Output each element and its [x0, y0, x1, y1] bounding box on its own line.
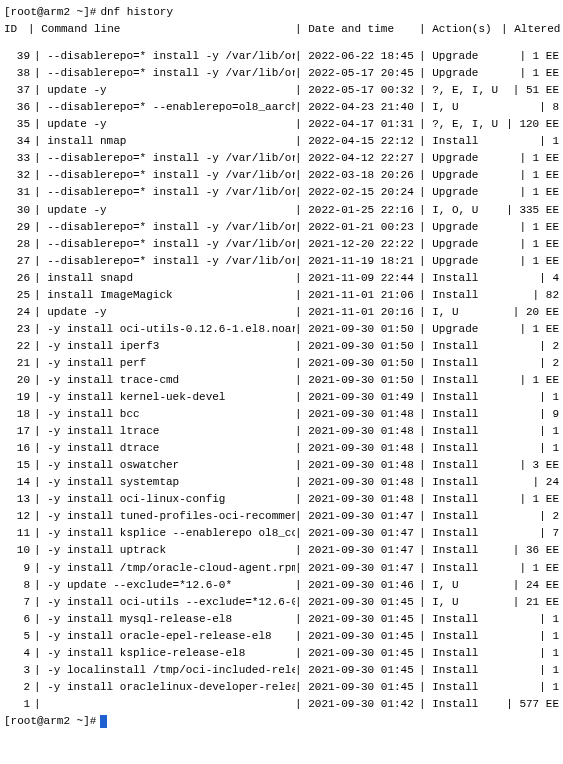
row-action: | Install — [419, 423, 501, 440]
row-date: | 2021-09-30 01:48 — [295, 457, 419, 474]
row-action: | Install — [419, 406, 501, 423]
row-altered: | 1 EE — [501, 491, 559, 508]
history-row: 21| -y install perf| 2021-09-30 01:50| I… — [4, 355, 559, 372]
row-altered: | 1 EE — [501, 184, 559, 201]
row-id: 17 — [4, 423, 34, 440]
row-id: 30 — [4, 202, 34, 219]
row-altered: | 1 EE — [501, 150, 559, 167]
row-action: | Upgrade — [419, 167, 501, 184]
row-id: 15 — [4, 457, 34, 474]
history-row: 10| -y install uptrack| 2021-09-30 01:47… — [4, 542, 559, 559]
row-action: | Install — [419, 662, 501, 679]
row-date: | 2022-05-17 20:45 — [295, 65, 419, 82]
row-command: | -y install trace-cmd — [34, 372, 295, 389]
row-date: | 2022-04-12 22:27 — [295, 150, 419, 167]
row-command: | --disablerepo=* install -y /var/lib/or… — [34, 219, 295, 236]
row-command: | -y install oci-linux-config — [34, 491, 295, 508]
row-altered: | 2 — [501, 355, 559, 372]
row-action: | I, U — [419, 577, 501, 594]
row-id: 14 — [4, 474, 34, 491]
row-command: | -y install ksplice-release-el8 — [34, 645, 295, 662]
history-row: 37| update -y| 2022-05-17 00:32| ?, E, I… — [4, 82, 559, 99]
row-id: 2 — [4, 679, 34, 696]
row-command: | --disablerepo=* --enablerepo=ol8_aarch… — [34, 99, 295, 116]
row-date: | 2021-09-30 01:48 — [295, 491, 419, 508]
row-altered: | 7 — [501, 525, 559, 542]
row-command: | — [34, 696, 295, 713]
row-action: | Upgrade — [419, 219, 501, 236]
row-id: 33 — [4, 150, 34, 167]
row-action: | Install — [419, 696, 501, 713]
row-command: | --disablerepo=* install -y /var/lib/or… — [34, 65, 295, 82]
header-date: | Date and time — [295, 21, 419, 38]
row-altered: | 1 — [501, 679, 559, 696]
row-altered: | 1 — [501, 645, 559, 662]
row-action: | Install — [419, 525, 501, 542]
row-id: 35 — [4, 116, 34, 133]
row-id: 31 — [4, 184, 34, 201]
spacer — [4, 38, 559, 48]
history-row: 8| -y update --exclude=*12.6-0*| 2021-09… — [4, 577, 559, 594]
history-row: 20| -y install trace-cmd| 2021-09-30 01:… — [4, 372, 559, 389]
row-action: | I, U — [419, 99, 501, 116]
row-id: 39 — [4, 48, 34, 65]
row-date: | 2021-09-30 01:45 — [295, 628, 419, 645]
row-date: | 2022-04-15 22:12 — [295, 133, 419, 150]
row-altered: | 120 EE — [501, 116, 559, 133]
row-altered: | 1 EE — [501, 167, 559, 184]
row-action: | Install — [419, 355, 501, 372]
row-altered: | 24 — [501, 474, 559, 491]
row-date: | 2022-06-22 18:45 — [295, 48, 419, 65]
row-altered: | 1 — [501, 440, 559, 457]
history-row: 38| --disablerepo=* install -y /var/lib/… — [4, 65, 559, 82]
row-command: | -y install oracle-epel-release-el8 — [34, 628, 295, 645]
row-altered: | 1 EE — [501, 236, 559, 253]
row-action: | Install — [419, 542, 501, 559]
row-action: | Install — [419, 133, 501, 150]
row-date: | 2021-09-30 01:48 — [295, 406, 419, 423]
row-altered: | 2 — [501, 338, 559, 355]
row-date: | 2021-09-30 01:50 — [295, 372, 419, 389]
row-date: | 2021-09-30 01:47 — [295, 525, 419, 542]
row-command: | -y install oci-utils --exclude=*12.6-0… — [34, 594, 295, 611]
row-action: | ?, E, I, U — [419, 82, 501, 99]
row-command: | -y install oci-utils-0.12.6-1.el8.noar… — [34, 321, 295, 338]
row-id: 16 — [4, 440, 34, 457]
row-date: | 2021-11-19 18:21 — [295, 253, 419, 270]
row-date: | 2021-09-30 01:50 — [295, 338, 419, 355]
row-altered: | 1 EE — [501, 253, 559, 270]
history-row: 14| -y install systemtap| 2021-09-30 01:… — [4, 474, 559, 491]
history-row: 13| -y install oci-linux-config| 2021-09… — [4, 491, 559, 508]
row-id: 24 — [4, 304, 34, 321]
row-id: 5 — [4, 628, 34, 645]
row-date: | 2021-09-30 01:48 — [295, 423, 419, 440]
history-row: 12| -y install tuned-profiles-oci-recomm… — [4, 508, 559, 525]
row-date: | 2021-09-30 01:45 — [295, 662, 419, 679]
row-id: 32 — [4, 167, 34, 184]
history-row: 22| -y install iperf3| 2021-09-30 01:50|… — [4, 338, 559, 355]
row-id: 3 — [4, 662, 34, 679]
row-altered: | 2 — [501, 508, 559, 525]
row-id: 29 — [4, 219, 34, 236]
history-row: 9| -y install /tmp/oracle-cloud-agent.rp… — [4, 560, 559, 577]
row-command: | -y install /tmp/oracle-cloud-agent.rpm — [34, 560, 295, 577]
cursor-icon — [100, 715, 107, 728]
row-command: | -y install kernel-uek-devel — [34, 389, 295, 406]
row-id: 38 — [4, 65, 34, 82]
row-altered: | 1 — [501, 662, 559, 679]
row-id: 37 — [4, 82, 34, 99]
row-altered: | 1 — [501, 628, 559, 645]
row-action: | Install — [419, 645, 501, 662]
row-command: | -y install oraclelinux-developer-relea… — [34, 679, 295, 696]
command-prompt-end-line[interactable]: [root@arm2 ~]# — [4, 713, 559, 730]
row-action: | Install — [419, 491, 501, 508]
header-id: ID — [4, 21, 28, 38]
row-date: | 2021-09-30 01:48 — [295, 440, 419, 457]
header-action: | Action(s) — [419, 21, 501, 38]
row-command: | --disablerepo=* install -y /var/lib/or… — [34, 253, 295, 270]
row-command: | -y install bcc — [34, 406, 295, 423]
row-command: | --disablerepo=* install -y /var/lib/or… — [34, 150, 295, 167]
row-id: 27 — [4, 253, 34, 270]
row-command: | -y install oswatcher — [34, 457, 295, 474]
row-altered: | 1 — [501, 423, 559, 440]
